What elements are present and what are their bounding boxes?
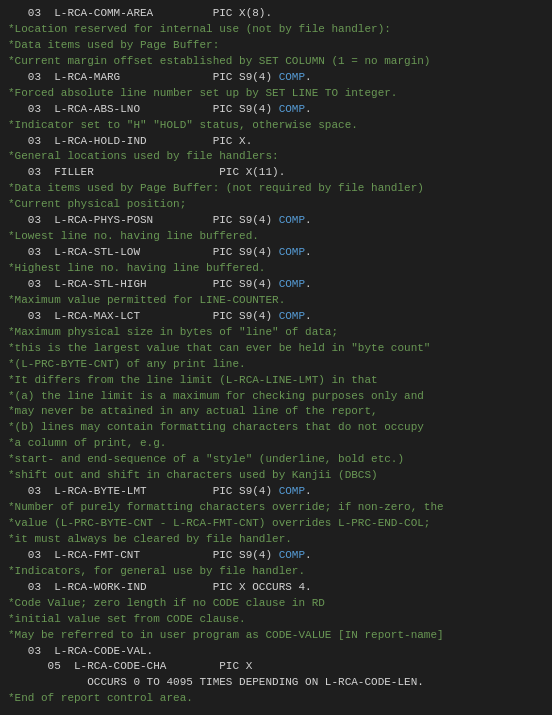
code-line: 03 L-RCA-MAX-LCT PIC S9(4) COMP. bbox=[8, 309, 544, 325]
code-line: *Code Value; zero length if no CODE clau… bbox=[8, 596, 544, 612]
code-display: 03 L-RCA-COMM-AREA PIC X(8).*Location re… bbox=[8, 6, 544, 707]
code-line: *Indicators, for general use by file han… bbox=[8, 564, 544, 580]
code-line: 03 L-RCA-STL-LOW PIC S9(4) COMP. bbox=[8, 245, 544, 261]
code-line: *(b) lines may contain formatting charac… bbox=[8, 420, 544, 436]
code-line: *May be referred to in user program as C… bbox=[8, 628, 544, 644]
code-line: *Data items used by Page Buffer: bbox=[8, 38, 544, 54]
code-line: 05 L-RCA-CODE-CHA PIC X bbox=[8, 659, 544, 675]
code-line: 03 L-RCA-STL-HIGH PIC S9(4) COMP. bbox=[8, 277, 544, 293]
code-line: *Maximum value permitted for LINE-COUNTE… bbox=[8, 293, 544, 309]
code-line: *General locations used by file handlers… bbox=[8, 149, 544, 165]
code-line: 03 L-RCA-ABS-LNO PIC S9(4) COMP. bbox=[8, 102, 544, 118]
code-line: *Current physical position; bbox=[8, 197, 544, 213]
code-line: *Highest line no. having line buffered. bbox=[8, 261, 544, 277]
code-line: *(L-PRC-BYTE-CNT) of any print line. bbox=[8, 357, 544, 373]
code-line: 03 FILLER PIC X(11). bbox=[8, 165, 544, 181]
code-line: 03 L-RCA-MARG PIC S9(4) COMP. bbox=[8, 70, 544, 86]
code-line: *shift out and shift in characters used … bbox=[8, 468, 544, 484]
code-line: *start- and end-sequence of a "style" (u… bbox=[8, 452, 544, 468]
code-line: *it must always be cleared by file handl… bbox=[8, 532, 544, 548]
code-line: *Number of purely formatting characters … bbox=[8, 500, 544, 516]
code-line: *End of report control area. bbox=[8, 691, 544, 707]
code-line: *value (L-PRC-BYTE-CNT - L-RCA-FMT-CNT) … bbox=[8, 516, 544, 532]
code-line: 03 L-RCA-BYTE-LMT PIC S9(4) COMP. bbox=[8, 484, 544, 500]
code-line: *a column of print, e.g. bbox=[8, 436, 544, 452]
code-line: *(a) the line limit is a maximum for che… bbox=[8, 389, 544, 405]
code-line: *this is the largest value that can ever… bbox=[8, 341, 544, 357]
code-line: OCCURS 0 TO 4095 TIMES DEPENDING ON L-RC… bbox=[8, 675, 544, 691]
code-line: *It differs from the line limit (L-RCA-L… bbox=[8, 373, 544, 389]
code-line: *Forced absolute line number set up by S… bbox=[8, 86, 544, 102]
code-line: *Location reserved for internal use (not… bbox=[8, 22, 544, 38]
code-line: 03 L-RCA-PHYS-POSN PIC S9(4) COMP. bbox=[8, 213, 544, 229]
code-line: *initial value set from CODE clause. bbox=[8, 612, 544, 628]
code-line: *Data items used by Page Buffer: (not re… bbox=[8, 181, 544, 197]
code-line: 03 L-RCA-FMT-CNT PIC S9(4) COMP. bbox=[8, 548, 544, 564]
code-line: *Maximum physical size in bytes of "line… bbox=[8, 325, 544, 341]
code-line: *may never be attained in any actual lin… bbox=[8, 404, 544, 420]
code-line: 03 L-RCA-HOLD-IND PIC X. bbox=[8, 134, 544, 150]
code-line: 03 L-RCA-WORK-IND PIC X OCCURS 4. bbox=[8, 580, 544, 596]
code-line: 03 L-RCA-CODE-VAL. bbox=[8, 644, 544, 660]
code-line: 03 L-RCA-COMM-AREA PIC X(8). bbox=[8, 6, 544, 22]
code-line: *Indicator set to "H" "HOLD" status, oth… bbox=[8, 118, 544, 134]
code-line: *Current margin offset established by SE… bbox=[8, 54, 544, 70]
code-line: *Lowest line no. having line buffered. bbox=[8, 229, 544, 245]
